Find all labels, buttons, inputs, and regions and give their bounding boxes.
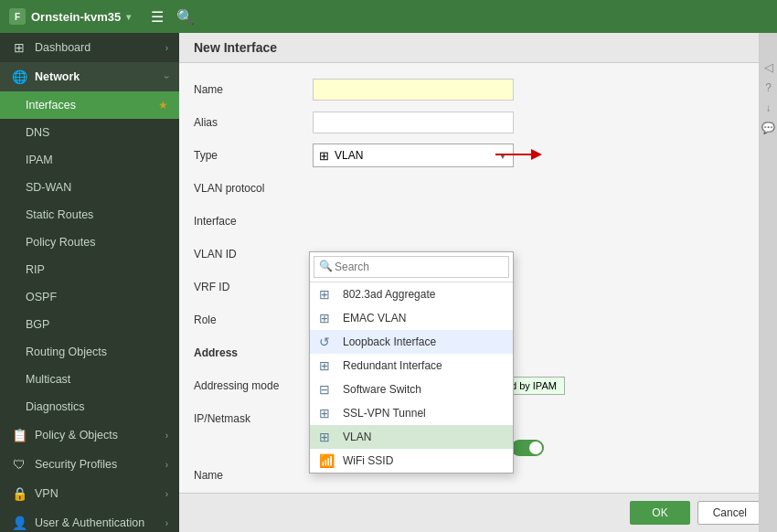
- sidebar-item-interfaces[interactable]: Interfaces ★: [0, 91, 179, 119]
- brand-name: Ornstein-kvm35: [31, 10, 121, 24]
- sidebar-item-sdwan[interactable]: SD-WAN: [0, 174, 179, 201]
- sidebar-label-rip: RIP: [26, 263, 45, 276]
- policy-objects-icon: 📋: [11, 428, 27, 442]
- sidebar-item-vpn[interactable]: 🔒 VPN ›: [0, 479, 179, 508]
- alias-input[interactable]: [313, 112, 514, 133]
- sidebar: ⊞ Dashboard › 🌐 Network › Interfaces ★ D…: [0, 33, 179, 532]
- dropdown-item-label-emac: EMAC VLAN: [343, 312, 406, 325]
- vlan-protocol-label: VLAN protocol: [194, 182, 313, 195]
- name-sub-label: Name: [194, 469, 313, 482]
- policy-objects-chevron-icon: ›: [165, 431, 168, 441]
- sidebar-item-diagnostics[interactable]: Diagnostics: [0, 393, 179, 420]
- loopback-arrow-indicator: [495, 145, 550, 166]
- interface-row: Interface: [194, 209, 762, 233]
- sidebar-item-static-routes[interactable]: Static Routes: [0, 201, 179, 229]
- sidebar-label-diagnostics: Diagnostics: [26, 400, 85, 413]
- search-icon[interactable]: 🔍: [176, 8, 195, 26]
- type-select-value: VLAN: [335, 149, 498, 162]
- sidebar-item-policy-routes[interactable]: Policy Routes: [0, 229, 179, 256]
- sidebar-item-policy-objects[interactable]: 📋 Policy & Objects ›: [0, 420, 179, 450]
- role-label: Role: [194, 314, 313, 326]
- content-area: New Interface Name Alias Type ⊞ VLAN: [179, 33, 777, 532]
- network-icon: 🌐: [11, 69, 27, 84]
- sidebar-item-routing-objects[interactable]: Routing Objects: [0, 338, 179, 366]
- footer-buttons: OK Cancel: [179, 493, 777, 532]
- dropdown-item-software-switch[interactable]: ⊟ Software Switch: [310, 378, 513, 401]
- vpn-icon: 🔒: [11, 486, 27, 501]
- dropdown-redundant-icon: ⊞: [319, 358, 335, 373]
- type-select-wrapper: ⊞ VLAN ▼: [313, 144, 514, 167]
- sidebar-item-dashboard[interactable]: ⊞ Dashboard ›: [0, 33, 179, 62]
- ok-button[interactable]: OK: [630, 501, 689, 525]
- sidebar-label-static-routes: Static Routes: [26, 208, 93, 221]
- dropdown-item-label-loopback: Loopback Interface: [343, 335, 436, 348]
- right-panel-icon-4[interactable]: 💬: [761, 122, 775, 134]
- sidebar-label-bgp: BGP: [26, 318, 49, 331]
- right-panel-icon-1[interactable]: ◁: [764, 60, 773, 74]
- sidebar-label-routing-objects: Routing Objects: [26, 346, 107, 358]
- sidebar-label-user-auth: User & Authentication: [35, 516, 144, 529]
- right-panel: ◁ ? ↓ 💬: [759, 33, 777, 532]
- dropdown-vlan-icon: ⊞: [319, 430, 335, 444]
- alias-row: Alias: [194, 111, 762, 134]
- dropdown-item-8023ad[interactable]: ⊞ 802.3ad Aggregate: [310, 282, 513, 306]
- dropdown-search-area: 🔍: [310, 252, 513, 282]
- sidebar-item-bgp[interactable]: BGP: [0, 311, 179, 338]
- menu-icon[interactable]: ☰: [151, 8, 164, 26]
- dropdown-item-loopback[interactable]: ↺ Loopback Interface: [310, 330, 513, 354]
- network-chevron-icon: ›: [162, 75, 172, 78]
- sidebar-item-ipam[interactable]: IPAM: [0, 146, 179, 174]
- sidebar-label-dashboard: Dashboard: [35, 41, 90, 54]
- dropdown-item-emac[interactable]: ⊞ EMAC VLAN: [310, 306, 513, 330]
- topbar: F Ornstein-kvm35 ▾ ☰ 🔍: [0, 0, 777, 33]
- dropdown-item-ssl-vpn[interactable]: ⊞ SSL-VPN Tunnel: [310, 401, 513, 425]
- sidebar-item-dns[interactable]: DNS: [0, 119, 179, 146]
- user-auth-icon: 👤: [11, 516, 27, 530]
- dashboard-chevron-icon: ›: [165, 43, 168, 53]
- dropdown-search-input[interactable]: [314, 256, 509, 278]
- name-input[interactable]: [313, 79, 514, 101]
- security-profiles-icon: 🛡: [11, 457, 27, 472]
- dropdown-item-wifi-ssid[interactable]: 📶 WiFi SSID: [310, 449, 513, 473]
- address-label: Address: [194, 346, 313, 359]
- vrf-id-label: VRF ID: [194, 281, 313, 293]
- brand-chevron-icon: ▾: [126, 12, 131, 22]
- sidebar-label-network: Network: [35, 70, 80, 83]
- dropdown-item-redundant[interactable]: ⊞ Redundant Interface: [310, 354, 513, 378]
- sidebar-item-multicast[interactable]: Multicast: [0, 366, 179, 393]
- cancel-button[interactable]: Cancel: [697, 501, 762, 525]
- sidebar-label-sdwan: SD-WAN: [26, 181, 71, 194]
- alias-label: Alias: [194, 116, 313, 129]
- sidebar-label-vpn: VPN: [35, 487, 59, 500]
- sidebar-item-network[interactable]: 🌐 Network ›: [0, 62, 179, 91]
- addressing-mode-label: Addressing mode: [194, 379, 313, 392]
- main-layout: ⊞ Dashboard › 🌐 Network › Interfaces ★ D…: [0, 33, 777, 532]
- dropdown-item-label-wifi-ssid: WiFi SSID: [343, 454, 393, 467]
- brand-icon: F: [9, 8, 26, 25]
- sidebar-label-ospf: OSPF: [26, 291, 57, 303]
- type-select-icon: ⊞: [319, 149, 329, 163]
- right-panel-icon-3[interactable]: ↓: [766, 101, 772, 114]
- name-row: Name: [194, 78, 762, 101]
- create-subnet-toggle[interactable]: [511, 440, 544, 456]
- user-auth-chevron-icon: ›: [165, 518, 168, 528]
- interface-label: Interface: [194, 215, 313, 228]
- sidebar-item-rip[interactable]: RIP: [0, 256, 179, 283]
- dropdown-wifi-ssid-icon: 📶: [319, 453, 335, 468]
- dropdown-item-vlan[interactable]: ⊞ VLAN: [310, 425, 513, 449]
- right-panel-icon-2[interactable]: ?: [765, 81, 772, 94]
- vpn-chevron-icon: ›: [165, 489, 168, 499]
- page-title: New Interface: [179, 33, 777, 63]
- type-select[interactable]: ⊞ VLAN ▼: [313, 144, 514, 167]
- sidebar-label-interfaces: Interfaces: [26, 99, 76, 112]
- dropdown-ssl-vpn-icon: ⊞: [319, 406, 335, 420]
- sidebar-item-user-auth[interactable]: 👤 User & Authentication ›: [0, 508, 179, 532]
- dropdown-item-label-8023ad: 802.3ad Aggregate: [343, 288, 435, 301]
- type-label: Type: [194, 149, 313, 162]
- brand-label[interactable]: F Ornstein-kvm35 ▾: [9, 8, 131, 25]
- dropdown-software-switch-icon: ⊟: [319, 382, 335, 397]
- sidebar-item-security-profiles[interactable]: 🛡 Security Profiles ›: [0, 450, 179, 479]
- dropdown-item-label-ssl-vpn: SSL-VPN Tunnel: [343, 407, 426, 420]
- type-row: Type ⊞ VLAN ▼ 🔍 ⊞ 802.: [194, 144, 762, 167]
- sidebar-item-ospf[interactable]: OSPF: [0, 283, 179, 311]
